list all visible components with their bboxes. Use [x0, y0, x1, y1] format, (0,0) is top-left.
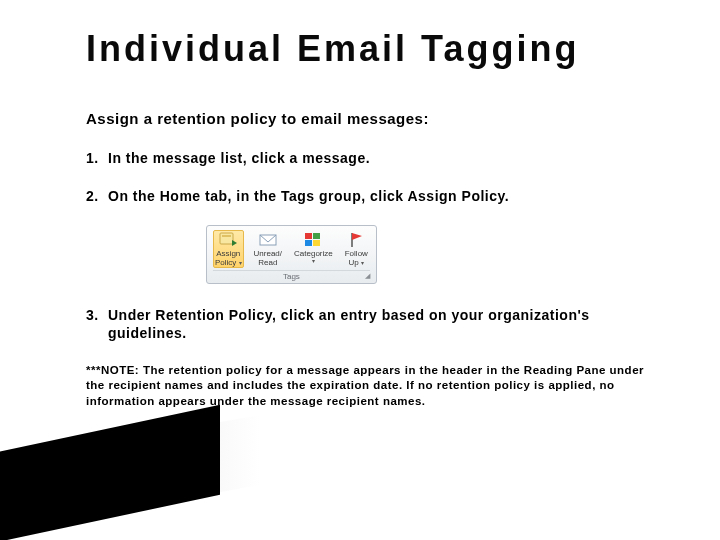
assign-policy-button[interactable]: Assign Policy ▾: [213, 230, 244, 268]
slide: Individual Email Tagging Assign a retent…: [0, 0, 720, 540]
categorize-icon: [303, 231, 323, 249]
button-label-line2: Policy ▾: [215, 259, 242, 267]
unread-read-button[interactable]: Unread/ Read: [252, 230, 284, 267]
step-2: 2. On the Home tab, in the Tags group, c…: [86, 187, 660, 205]
button-label-line2: Read: [258, 259, 277, 267]
step-text: Under Retention Policy, click an entry b…: [108, 306, 660, 342]
note-text: ***NOTE: The retention policy for a mess…: [86, 363, 646, 410]
follow-up-button[interactable]: Follow Up ▾: [343, 230, 370, 267]
envelope-icon: [258, 231, 278, 249]
dialog-launcher-icon[interactable]: ◢: [365, 272, 370, 280]
flag-icon: [346, 231, 366, 249]
svg-rect-6: [305, 240, 312, 246]
svg-rect-1: [222, 235, 231, 237]
ribbon-buttons-row: Assign Policy ▾ Unread/ Read: [213, 230, 370, 268]
dropdown-icon: ▾: [361, 260, 364, 266]
svg-rect-0: [220, 233, 233, 244]
page-title: Individual Email Tagging: [86, 28, 680, 70]
step-number: 1.: [86, 149, 108, 167]
svg-marker-2: [232, 240, 237, 246]
svg-rect-7: [313, 240, 320, 246]
svg-rect-5: [313, 233, 320, 239]
content-area: Assign a retention policy to email messa…: [86, 110, 660, 409]
tags-group: Assign Policy ▾ Unread/ Read: [206, 225, 377, 284]
decorative-wedge-dark: [0, 405, 220, 540]
categorize-button[interactable]: Categorize ▾: [292, 230, 335, 264]
assign-policy-icon: [218, 231, 238, 249]
ribbon-group-label: Tags ◢: [213, 270, 370, 281]
step-text: On the Home tab, in the Tags group, clic…: [108, 187, 660, 205]
step-number: 2.: [86, 187, 108, 205]
button-label-line2: Up ▾: [349, 259, 364, 267]
svg-rect-4: [305, 233, 312, 239]
svg-marker-9: [352, 233, 362, 240]
step-text: In the message list, click a message.: [108, 149, 660, 167]
dropdown-icon: ▾: [312, 258, 315, 264]
step-3: 3. Under Retention Policy, click an entr…: [86, 306, 660, 342]
step-number: 3.: [86, 306, 108, 342]
dropdown-icon: ▾: [239, 260, 242, 266]
group-label-text: Tags: [283, 272, 300, 281]
subtitle: Assign a retention policy to email messa…: [86, 110, 660, 127]
ribbon-screenshot: Assign Policy ▾ Unread/ Read: [206, 225, 660, 284]
step-1: 1. In the message list, click a message.: [86, 149, 660, 167]
